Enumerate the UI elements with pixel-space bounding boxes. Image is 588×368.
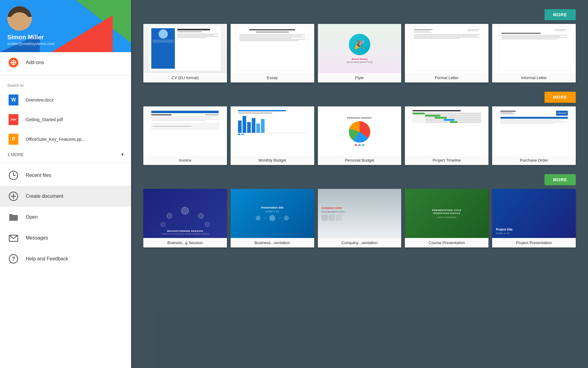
main-content: MORE [131, 0, 588, 368]
addons-label: Add-ons [26, 60, 44, 65]
informal-thumb [492, 24, 576, 73]
course-label: Course Presentation [405, 238, 488, 247]
template-invoice[interactable]: Invoice [143, 106, 227, 165]
sidebar: Simon Miller smiller@mobisystems.com + A… [0, 0, 131, 368]
cv-label: CV (EU format) [143, 73, 227, 82]
template-cv-eu[interactable]: CV (EU format) [143, 24, 227, 82]
sidebar-content: + Add-ons Switch to Overview.docx Gettin… [0, 52, 131, 368]
project-timeline-label: Project Timeline [405, 155, 488, 165]
course-thumb: PRESENTATION TITLE PRESENTATION SUBTITLE… [405, 189, 488, 238]
cv-thumb [143, 24, 227, 73]
personal-budget-label: Personal Budget [318, 155, 401, 165]
sidebar-item-help[interactable]: ? Help and Feedback [0, 248, 131, 269]
clock-icon [7, 169, 20, 182]
pdf-icon [7, 113, 20, 126]
template-business[interactable]: Presentation title Subtitle or text [231, 189, 314, 247]
sidebar-item-open[interactable]: Open [0, 207, 131, 228]
company-label: Company...sentation [318, 238, 401, 247]
sidebar-item-messages[interactable]: Messages [0, 228, 131, 248]
template-informal-letter[interactable]: Informal Letter [492, 24, 576, 82]
avatar[interactable] [7, 6, 32, 31]
template-formal-letter[interactable]: Formal Letter [405, 24, 488, 82]
pres-template-grid: BRAINSTORMING SESSION CONDUCT A SUCCESSF… [143, 189, 576, 247]
flyer-label: Flyer [318, 73, 401, 82]
template-personal-budget[interactable]: PERSONAL BUDGET Personal Budget [318, 106, 401, 165]
switch-label-overview: Overview.docx [26, 98, 54, 102]
more-toggle-label: 1 MORE [7, 152, 24, 157]
folder-icon [7, 211, 20, 223]
switch-label-pdf: Getting_Started.pdf [26, 117, 63, 122]
envelope-icon [7, 232, 20, 244]
sheet-more-button[interactable]: MORE [545, 92, 576, 103]
brainstorm-thumb: BRAINSTORMING SESSION CONDUCT A SUCCESSF… [143, 189, 227, 238]
chevron-down-icon: ▾ [121, 151, 124, 157]
user-email: smiller@mobisystems.com [7, 41, 55, 46]
sidebar-item-create[interactable]: Create document [0, 186, 131, 207]
word-icon [7, 94, 20, 106]
pres-more-button[interactable]: MORE [545, 174, 576, 185]
word-more-button[interactable]: MORE [545, 9, 576, 20]
purchase-order-thumb [492, 106, 576, 155]
switch-item-overview[interactable]: Overview.docx [0, 90, 131, 110]
company-thumb: Company name Short description is here [318, 189, 401, 238]
recent-label: Recent files [26, 173, 51, 178]
more-toggle[interactable]: 1 MORE ▾ [0, 149, 131, 160]
user-info: Simon Miller smiller@mobisystems.com [7, 34, 55, 46]
template-flyer[interactable]: 🎉 [Event Name] [Event Date] | [Event Tim… [318, 24, 401, 82]
word-template-grid: CV (EU format) [143, 24, 576, 82]
switch-item-ppt[interactable]: OfficeSuite_Key_Features.pp... [0, 129, 131, 149]
template-brainstorm[interactable]: BRAINSTORMING SESSION CONDUCT A SUCCESSF… [143, 189, 227, 247]
user-name: Simon Miller [7, 34, 55, 41]
formal-label: Formal Letter [405, 73, 488, 82]
brainstorm-label: Brainsto...g Session [143, 238, 227, 247]
sheet-templates-section: MORE [143, 92, 576, 165]
pres-templates-section: MORE B [143, 174, 576, 247]
sheet-template-grid: Invoice [143, 106, 576, 165]
template-browser: MORE [143, 9, 576, 247]
messages-label: Messages [26, 235, 48, 241]
template-course[interactable]: PRESENTATION TITLE PRESENTATION SUBTITLE… [405, 189, 488, 247]
help-label: Help and Feedback [26, 256, 68, 262]
sidebar-header: Simon Miller smiller@mobisystems.com [0, 0, 131, 52]
business-label: Business...sentation [231, 238, 314, 247]
purchase-order-label: Purchase Order [492, 155, 576, 165]
project-pres-thumb: Project title Subtitle or text [492, 189, 576, 238]
flyer-thumb: 🎉 [Event Name] [Event Date] | [Event Tim… [318, 24, 401, 73]
monthly-budget-label: Monthly Budget [231, 155, 314, 165]
template-monthly-budget[interactable]: Monthly Budget [231, 106, 314, 165]
invoice-label: Invoice [143, 155, 227, 165]
template-purchase-order[interactable]: Purchase Order [492, 106, 576, 165]
switch-to-label: Switch to [0, 78, 131, 90]
create-label: Create document [26, 194, 63, 199]
essay-label: Essay [231, 73, 314, 82]
divider-2 [0, 162, 131, 163]
invoice-thumb [143, 106, 227, 155]
formal-thumb [405, 24, 488, 73]
essay-thumb [231, 24, 314, 73]
ppt-icon [7, 133, 20, 145]
project-pres-label: Project Presentation [492, 238, 576, 247]
sidebar-item-addons[interactable]: + Add-ons [0, 52, 131, 73]
template-essay[interactable]: Essay [231, 24, 314, 82]
divider-1 [0, 75, 131, 76]
question-circle-icon: ? [7, 253, 20, 265]
project-timeline-thumb [405, 106, 488, 155]
svg-text:?: ? [12, 256, 15, 262]
switch-label-ppt: OfficeSuite_Key_Features.pp... [26, 137, 85, 142]
personal-budget-thumb: PERSONAL BUDGET [318, 106, 401, 155]
business-thumb: Presentation title Subtitle or text [231, 189, 314, 238]
template-project-timeline[interactable]: Project Timeline [405, 106, 488, 165]
word-templates-section: MORE [143, 9, 576, 82]
plus-circle-icon [7, 190, 20, 202]
template-company[interactable]: Company name Short description is here C… [318, 189, 401, 247]
template-project-pres[interactable]: Project title Subtitle or text Project P… [492, 189, 576, 247]
switch-item-pdf[interactable]: Getting_Started.pdf [0, 110, 131, 129]
informal-label: Informal Letter [492, 73, 576, 82]
open-label: Open [26, 214, 38, 220]
sidebar-item-recent[interactable]: Recent files [0, 165, 131, 186]
addons-icon: + [7, 56, 20, 69]
monthly-budget-thumb [231, 106, 314, 155]
